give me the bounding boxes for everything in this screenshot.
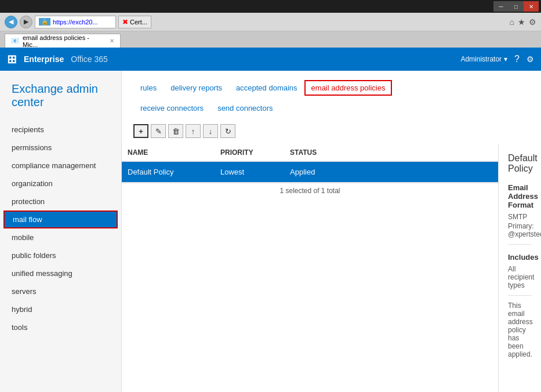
main-container: Exchange admin center recipients permiss… [0,71,541,392]
col-header-status: STATUS [284,146,354,159]
table-body: Default Policy Lowest Applied [122,162,498,183]
cell-name: Default Policy [122,165,215,179]
sidebar-item-hybrid[interactable]: hybrid [0,300,121,318]
add-button[interactable]: + [133,124,148,138]
sidebar-item-protection[interactable]: protection [0,193,121,210]
table-row[interactable]: Default Policy Lowest Applied [122,162,498,183]
sidebar-item-unified-messaging[interactable]: unified messaging [0,264,121,282]
detail-includes: All recipient types [508,265,532,289]
gear-icon[interactable]: ⚙ [529,17,536,27]
settings-button[interactable]: ⚙ [527,55,534,64]
cert-text: Cert... [130,19,147,26]
toolbar: + ✎ 🗑 ↑ ↓ ↻ [122,118,541,144]
table-container: NAME PRIORITY STATUS Default Policy Lowe… [122,144,541,392]
tab-accepted-domains[interactable]: accepted domains [229,80,304,96]
sidebar: Exchange admin center recipients permiss… [0,71,122,392]
tab-send-connectors[interactable]: send connectors [210,100,279,116]
sidebar-item-servers[interactable]: servers [0,282,121,300]
content-header: rules delivery reports accepted domains … [122,71,541,118]
cert-button[interactable]: ✖ Cert... [118,16,151,28]
sidebar-item-organization[interactable]: organization [0,175,121,193]
admin-dropdown[interactable]: Administrator ▾ [460,55,507,63]
tab-label: email address policies - Mic... [23,34,106,48]
address-text: https://exch20... [53,19,98,26]
sidebar-item-compliance-management[interactable]: compliance management [0,157,121,175]
dropdown-arrow-icon: ▾ [504,55,507,63]
content-area: rules delivery reports accepted domains … [122,71,541,392]
detail-title: Default Policy [508,153,532,174]
tab-favicon: 📧 [11,37,19,45]
address-bar[interactable]: 🔒 https://exch20... [35,16,116,28]
cell-status: Applied [284,165,354,179]
sidebar-item-mail-flow-wrapper: mail flow [0,210,121,228]
product-label: Office 365 [71,55,108,64]
tab-email-address-policies[interactable]: email address policies [304,80,393,96]
office-logo: ⊞ [7,52,17,66]
move-down-button[interactable]: ↓ [203,124,218,138]
move-up-button[interactable]: ↑ [186,124,201,138]
sidebar-item-tools[interactable]: tools [0,318,121,336]
sidebar-item-permissions[interactable]: permissions [0,139,121,157]
browser-tab-active[interactable]: 📧 email address policies - Mic... ✕ [5,34,121,48]
col-header-priority: PRIORITY [215,146,284,159]
detail-divider2 [508,295,532,296]
star-icon[interactable]: ★ [518,17,525,27]
detail-divider1 [508,244,532,245]
status-bar: 1 selected of 1 total [122,183,498,198]
tab-receive-connectors[interactable]: receive connectors [133,100,210,116]
back-button[interactable]: ◀ [5,16,17,28]
tab-close-icon[interactable]: ✕ [110,38,114,44]
detail-protocol: SMTP [508,213,532,221]
sidebar-item-mail-flow[interactable]: mail flow [3,210,118,228]
tab-nav-row1: rules delivery reports accepted domains … [133,80,529,98]
title-bar: ─ □ ✕ [0,0,541,13]
window-controls: ─ □ ✕ [493,1,539,12]
cert-error-icon: ✖ [122,18,128,26]
browser-tab-bar: 📧 email address policies - Mic... ✕ [0,31,541,48]
detail-primary: Primary: @xpertstec.local [508,222,532,238]
admin-label: Administrator [460,55,502,63]
sidebar-item-recipients[interactable]: recipients [0,121,121,139]
delete-button[interactable]: 🗑 [168,124,183,138]
tab-rules[interactable]: rules [133,80,164,96]
refresh-button[interactable]: ↻ [220,124,235,138]
detail-panel: Default Policy Email Address Format SMTP… [499,144,541,392]
browser-chrome: ◀ ▶ 🔒 https://exch20... ✖ Cert... ⌂ ★ ⚙ [0,13,541,31]
tab-nav-row2: receive connectors send connectors [133,100,529,118]
forward-button[interactable]: ▶ [20,16,32,28]
company-label: Enterprise [24,55,64,64]
help-button[interactable]: ? [514,54,520,64]
browser-actions: ⌂ ★ ⚙ [510,17,536,27]
secure-icon: 🔒 [39,18,50,26]
edit-button[interactable]: ✎ [151,124,166,138]
table-header: NAME PRIORITY STATUS [122,144,498,162]
maximize-button[interactable]: □ [509,1,524,12]
close-button[interactable]: ✕ [524,1,539,12]
home-icon[interactable]: ⌂ [510,17,514,27]
page-title: Exchange admin center [0,82,121,121]
detail-section2-title: Includes [508,253,532,262]
col-header-name: NAME [122,146,215,159]
cell-priority: Lowest [215,165,284,179]
status-text: 1 selected of 1 total [279,187,340,195]
table-left: NAME PRIORITY STATUS Default Policy Lowe… [122,144,499,392]
app-header: ⊞ Enterprise Office 365 Administrator ▾ … [0,48,541,71]
header-right: Administrator ▾ ? ⚙ [460,54,534,64]
detail-applied-text: This email address policy has been appli… [508,302,532,358]
minimize-button[interactable]: ─ [493,1,509,12]
sidebar-item-public-folders[interactable]: public folders [0,246,121,264]
detail-section1-title: Email Address Format [508,183,532,209]
sidebar-item-mobile[interactable]: mobile [0,228,121,246]
tab-delivery-reports[interactable]: delivery reports [164,80,229,96]
